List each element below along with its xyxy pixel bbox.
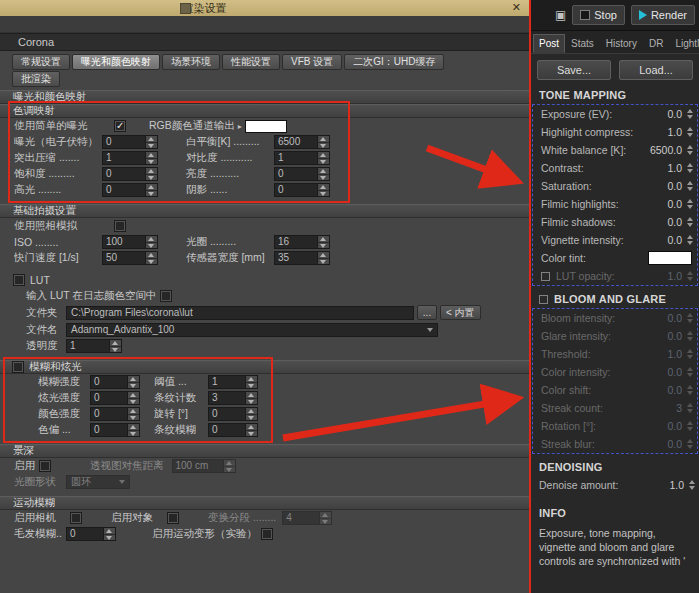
spinner-arrows[interactable] — [145, 236, 157, 248]
stepper[interactable] — [687, 480, 696, 490]
rotation-spinner[interactable]: 0 — [208, 407, 258, 421]
panel-grid-icon[interactable]: ▣ — [555, 8, 566, 22]
color-intensity-spinner[interactable]: 0 — [90, 407, 140, 421]
lut-log-checkbox[interactable] — [161, 291, 171, 301]
down-arrow-icon[interactable] — [318, 159, 329, 165]
up-arrow-icon[interactable] — [687, 217, 693, 221]
down-arrow-icon[interactable] — [318, 175, 329, 181]
save-button[interactable]: Save... — [537, 60, 611, 80]
stepper[interactable] — [685, 109, 694, 119]
vignette-intensity-value[interactable]: 0.0 — [638, 234, 685, 246]
spinner-arrows[interactable] — [245, 408, 257, 420]
spinner-arrows[interactable] — [145, 252, 157, 264]
streak-count-spinner[interactable]: 3 — [208, 391, 258, 405]
tab-scene-environment[interactable]: 场景环境 — [162, 54, 220, 70]
up-arrow-icon[interactable] — [687, 199, 693, 203]
down-arrow-icon[interactable] — [687, 241, 693, 245]
photographic-checkbox[interactable] — [115, 221, 125, 231]
filmic-highlights-value[interactable]: 0.0 — [638, 198, 685, 210]
up-arrow-icon[interactable] — [689, 480, 695, 484]
down-arrow-icon[interactable] — [146, 259, 157, 265]
render-button[interactable]: Render — [631, 5, 695, 25]
spinner-arrows[interactable] — [317, 184, 329, 196]
lut-opacity-checkbox[interactable] — [541, 272, 550, 281]
contrast-value[interactable]: 1.0 — [638, 162, 685, 174]
down-arrow-icon[interactable] — [128, 399, 139, 405]
up-arrow-icon[interactable] — [687, 181, 693, 185]
rgb-output-color-swatch[interactable] — [245, 120, 287, 133]
spinner-arrows[interactable] — [103, 528, 115, 540]
spinner-arrows[interactable] — [245, 392, 257, 404]
iso-spinner[interactable]: 100 — [102, 235, 158, 249]
exposure-ev-value[interactable]: 0.0 — [638, 108, 685, 120]
lut-folder-input[interactable]: C:\Program Files\corona\lut — [66, 306, 414, 320]
down-arrow-icon[interactable] — [146, 159, 157, 165]
stepper[interactable] — [685, 181, 694, 191]
lut-file-dropdown[interactable]: Adanmq_Advantix_100 — [66, 323, 438, 337]
stepper[interactable] — [685, 127, 694, 137]
spinner-arrows[interactable] — [145, 152, 157, 164]
stepper[interactable] — [685, 199, 694, 209]
down-arrow-icon[interactable] — [146, 175, 157, 181]
bloom-glare-checkbox[interactable] — [539, 295, 548, 304]
highlight-compress-spinner[interactable]: 1 — [102, 151, 158, 165]
shadows-spinner[interactable]: 0 — [274, 183, 330, 197]
down-arrow-icon[interactable] — [687, 169, 693, 173]
tab-history[interactable]: History — [600, 34, 643, 53]
dof-enable-checkbox[interactable] — [40, 461, 50, 471]
up-arrow-icon[interactable] — [687, 145, 693, 149]
down-arrow-icon[interactable] — [687, 223, 693, 227]
stepper[interactable] — [685, 163, 694, 173]
tab-secondary-gi[interactable]: 二次GI：UHD缓存 — [344, 54, 444, 70]
white-balance-value[interactable]: 6500.0 — [638, 144, 685, 156]
stepper[interactable] — [685, 235, 694, 245]
down-arrow-icon[interactable] — [128, 383, 139, 389]
filmic-shadows-value[interactable]: 0.0 — [638, 216, 685, 228]
spinner-arrows[interactable] — [127, 408, 139, 420]
down-arrow-icon[interactable] — [687, 151, 693, 155]
down-arrow-icon[interactable] — [146, 191, 157, 197]
bloom-intensity-spinner[interactable]: 0 — [90, 375, 140, 389]
lut-opacity-spinner[interactable]: 1 — [66, 339, 122, 353]
down-arrow-icon[interactable] — [246, 383, 257, 389]
down-arrow-icon[interactable] — [318, 191, 329, 197]
spinner-arrows[interactable] — [145, 184, 157, 196]
window-titlebar[interactable]: 渲染设置 ✕ — [0, 0, 529, 16]
stepper[interactable] — [685, 145, 694, 155]
down-arrow-icon[interactable] — [687, 133, 693, 137]
tab-exposure-color[interactable]: 曝光和颜色映射 — [72, 54, 160, 70]
tab-general[interactable]: 常规设置 — [12, 54, 70, 70]
up-arrow-icon[interactable] — [687, 235, 693, 239]
down-arrow-icon[interactable] — [687, 205, 693, 209]
down-arrow-icon[interactable] — [318, 243, 329, 249]
spinner-arrows[interactable] — [145, 168, 157, 180]
color-tint-swatch[interactable] — [648, 251, 692, 265]
spinner-arrows[interactable] — [317, 168, 329, 180]
down-arrow-icon[interactable] — [246, 415, 257, 421]
load-button[interactable]: Load... — [619, 60, 693, 80]
contrast-spinner[interactable]: 1 — [274, 151, 330, 165]
spinner-arrows[interactable] — [245, 424, 257, 436]
stepper[interactable] — [685, 217, 694, 227]
glare-intensity-spinner[interactable]: 0 — [90, 391, 140, 405]
close-icon[interactable]: ✕ — [512, 1, 521, 14]
tab-performance[interactable]: 性能设置 — [222, 54, 280, 70]
motion-deform-checkbox[interactable] — [262, 529, 272, 539]
shutter-spinner[interactable]: 50 — [102, 251, 158, 265]
spinner-arrows[interactable] — [245, 376, 257, 388]
tab-lightmix[interactable]: LightMix — [669, 34, 699, 53]
saturation-value[interactable]: 0.0 — [638, 180, 685, 192]
highlights-spinner[interactable]: 0 — [102, 183, 158, 197]
hair-blur-spinner[interactable]: 0 — [66, 527, 116, 541]
down-arrow-icon[interactable] — [110, 347, 121, 353]
down-arrow-icon[interactable] — [318, 143, 329, 149]
saturation-spinner[interactable]: 0 — [102, 167, 158, 181]
chevron-right-icon[interactable]: ▸ — [238, 122, 242, 131]
spinner-arrows[interactable] — [127, 376, 139, 388]
down-arrow-icon[interactable] — [128, 431, 139, 437]
down-arrow-icon[interactable] — [246, 399, 257, 405]
motion-camera-checkbox[interactable] — [71, 513, 81, 523]
bloom-glare-enable-checkbox[interactable] — [13, 362, 23, 372]
spinner-arrows[interactable] — [317, 236, 329, 248]
builtin-button[interactable]: < 内置 — [440, 305, 481, 320]
